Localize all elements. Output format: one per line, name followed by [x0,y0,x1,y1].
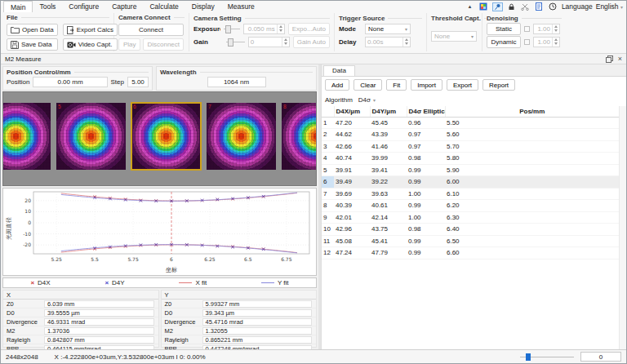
result-row-y-m2: M21.32055 [162,326,317,335]
row-number: 5 [322,164,334,176]
table-row[interactable]: 639.4939.220.996.00 [322,176,619,189]
beam-thumbnail-5[interactable]: 5 [56,103,126,170]
exposure-spin-arrows[interactable] [277,24,284,33]
gain-spin-arrows[interactable] [282,38,289,47]
menu-item-display[interactable]: Display [185,1,221,12]
table-row[interactable]: 440.7439.990.985.80 [322,153,619,165]
ribbon-group-file: File Open Data Export Calcs Save Data Vi… [2,13,114,51]
trigger-delay-spinbox[interactable]: 0.00s [365,37,411,47]
zoom-slider[interactable] [520,357,574,357]
gain-auto-button[interactable]: Gain Auto [293,36,330,48]
dynamic-spin-arrows[interactable] [552,38,559,47]
scissors-icon[interactable] [520,2,531,11]
menu-item-tools[interactable]: Tools [33,1,62,12]
connect-button[interactable]: Connect [118,24,184,36]
play-button[interactable]: Play [118,38,140,51]
data-export-button[interactable]: Export [447,79,478,91]
position-input[interactable]: 0.00 mm [33,77,107,87]
group-title-camera-setting: Camera Setting [193,14,330,22]
gain-spinbox[interactable]: 0 [248,37,290,47]
video-capture-button[interactable]: Video Capt. [63,38,118,51]
menu-item-capture[interactable]: Capture [105,1,143,12]
clock-icon[interactable] [548,2,558,11]
exposure-spinbox[interactable]: 0.050 ms [243,24,285,34]
report-icon[interactable] [534,2,545,11]
data-add-button[interactable]: Add [325,79,349,91]
table-row[interactable]: 840.3940.610.996.20 [322,200,619,212]
static-denoise-checkbox[interactable] [524,26,530,32]
dynamic-denoise-button[interactable]: Dynamic [487,36,521,48]
exposure-slider[interactable] [224,29,240,29]
results-col-x: X Z06.039 mmD039.5555 µmDivergence46.933… [2,290,159,348]
language-label: Language [562,2,593,11]
data-import-button[interactable]: Import [411,79,442,91]
beam-thumbnail-6[interactable]: 6 [131,103,201,170]
group-title-camera-connect: Camera Connect [118,14,185,21]
svg-text:5.25: 5.25 [51,256,62,262]
wavelength-input[interactable]: 1064 nm [207,77,266,87]
algorithm-label: Algorithm [325,96,353,104]
disconnect-button[interactable]: Disconnect [143,38,184,51]
beam-thumbnail-4[interactable]: 4 [2,103,51,170]
data-clear-button[interactable]: Clear [354,79,382,91]
data-fit-button[interactable]: Fit [386,79,407,91]
col-d4y[interactable]: D4Y/µm [370,106,407,117]
gain-slider[interactable] [226,42,244,42]
menu-item-calculate[interactable]: Calculate [143,1,185,12]
result-label: Z0 [162,300,202,308]
dynamic-denoise-checkbox[interactable] [524,39,530,45]
collapse-ribbon-icon[interactable]: ▲ [465,2,475,11]
cell: 40.39 [334,200,370,212]
table-row[interactable]: 1042.9643.750.986.40 [322,224,619,236]
table-row[interactable]: 342.6641.460.975.70 [322,140,619,153]
col-pos[interactable]: Pos/mm [445,106,619,117]
wavelength-group-title: Wavelength [160,68,313,76]
menu-item-configure[interactable]: Configure [62,1,105,12]
beam-thumbnail-7[interactable]: 7 [207,103,276,170]
vertical-scrollbar[interactable] [619,106,626,349]
table-row[interactable]: 147.2045.450.965.50 [322,117,619,129]
menu-item-main[interactable]: Main [3,1,33,12]
algorithm-select[interactable]: D4σ▾ [356,95,378,104]
delay-spin-arrows[interactable] [402,38,410,47]
col-ellipticity[interactable]: D4σ Ellipticity [407,106,445,117]
table-row[interactable]: 244.6243.390.975.60 [322,129,619,141]
data-report-button[interactable]: Report [482,79,515,91]
tab-data[interactable]: Data [323,65,355,76]
step-input[interactable]: 5.00 [127,77,149,87]
save-data-button[interactable]: Save Data [7,38,58,51]
table-row[interactable]: 539.9139.410.995.90 [322,164,619,176]
language-select[interactable]: English ▾ [596,2,623,11]
col-d4x[interactable]: D4X/µm [334,106,370,117]
cell: 1.00 [407,188,445,200]
static-denoise-button[interactable]: Static [487,23,521,35]
palette-icon[interactable] [478,2,489,11]
result-value: 1.32055 [202,327,313,335]
float-panel-icon[interactable] [606,55,613,63]
trigger-delay-label: Delay [339,38,362,46]
exposure-auto-button[interactable]: Expo...Auto [288,23,330,35]
beam-thumbnail-8[interactable]: 8 [282,103,317,170]
static-spin-arrows[interactable] [552,24,559,33]
pin-icon[interactable] [492,2,503,11]
trigger-mode-select[interactable]: None▾ [365,24,411,34]
close-panel-icon[interactable]: × [618,55,622,63]
export-calcs-button[interactable]: Export Calcs [63,24,118,36]
table-row[interactable]: 739.6939.631.006.10 [322,188,619,200]
cell: 39.69 [334,188,370,200]
m2-measure-titlebar: M2 Measure × [1,54,626,64]
dynamic-denoise-spinbox[interactable]: 1.00 [533,37,560,47]
result-row-x-divergence: Divergence46.9331 mrad [3,317,158,326]
m2-plot-svg: -20-10010205.255.55.7566.256.56.75坐标 [14,190,316,273]
table-row[interactable]: 1145.0845.410.996.50 [322,235,619,247]
folder-icon [11,26,20,33]
static-denoise-spinbox[interactable]: 1.00 [533,24,560,34]
open-data-button[interactable]: Open Data [7,24,58,36]
threshold-select[interactable]: None▾ [431,31,477,42]
table-row[interactable]: 1247.2447.790.996.60 [322,247,619,260]
row-number: 7 [322,188,334,200]
table-row[interactable]: 942.0142.141.006.30 [322,211,619,224]
row-number: 9 [322,211,334,224]
lock-icon[interactable] [506,2,517,11]
menu-item-measure[interactable]: Measure [221,1,261,12]
